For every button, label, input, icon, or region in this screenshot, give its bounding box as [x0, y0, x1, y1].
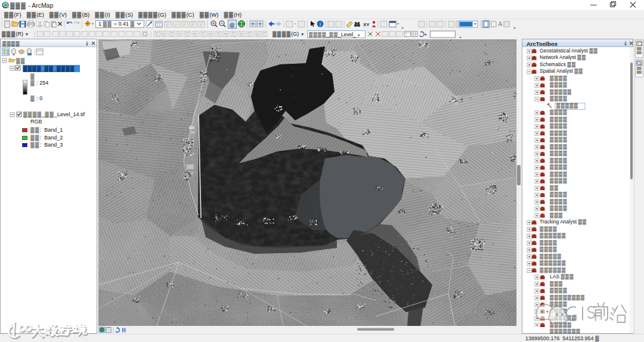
- svg-text:XY: XY: [363, 22, 370, 27]
